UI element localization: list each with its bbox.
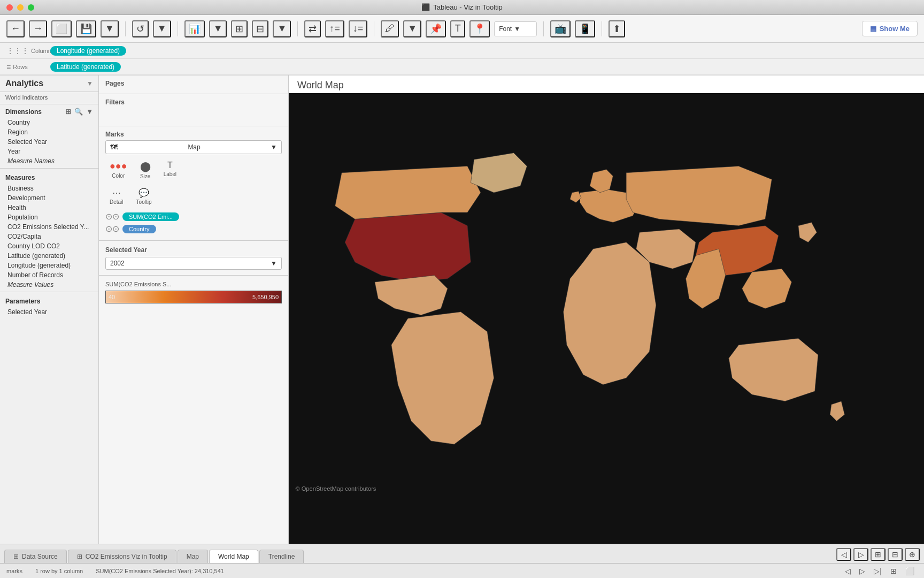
content-area: Analytics ▼ World Indicators Dimensions … bbox=[0, 75, 924, 544]
svg-text:© OpenStreetMap contributors: © OpenStreetMap contributors bbox=[295, 485, 376, 492]
swap-btn[interactable]: ⇄ bbox=[304, 20, 321, 37]
show-me-button[interactable]: ▦ Show Me bbox=[862, 21, 918, 36]
tab-world-map[interactable]: World Map bbox=[209, 550, 258, 563]
undo-dropdown[interactable]: ▼ bbox=[153, 20, 171, 37]
country-pill[interactable]: Country bbox=[122, 225, 156, 233]
layout-fit[interactable]: ⬜ bbox=[902, 566, 918, 576]
tab-trendline[interactable]: Trendline bbox=[259, 550, 304, 563]
expand-icon[interactable]: ▼ bbox=[86, 108, 93, 116]
longitude-pill[interactable]: Longitude (generated) bbox=[50, 46, 126, 56]
color-btn[interactable]: ●●● Color bbox=[105, 158, 132, 181]
home-button[interactable]: ⬜ bbox=[51, 20, 72, 37]
nav-next[interactable]: ▷ bbox=[856, 566, 868, 576]
sidebar-item-region[interactable]: Region bbox=[0, 127, 98, 137]
tab-scroll-left[interactable]: ◁ bbox=[836, 548, 851, 561]
sidebar-item-co2-capita[interactable]: CO2/Capita bbox=[0, 232, 98, 241]
sort-asc[interactable]: ↑= bbox=[325, 20, 344, 37]
search-icon[interactable]: 🔍 bbox=[74, 108, 83, 116]
sidebar-item-development[interactable]: Development bbox=[0, 193, 98, 203]
sidebar-item-country[interactable]: Country bbox=[0, 118, 98, 127]
world-map-container[interactable]: © OpenStreetMap contributors bbox=[289, 93, 924, 544]
pill2-dots: ⊙⊙ bbox=[105, 224, 119, 234]
forward-button[interactable]: → bbox=[29, 20, 47, 37]
save-button[interactable]: 💾 bbox=[76, 20, 96, 37]
show-me-icon: ▦ bbox=[870, 25, 876, 33]
sidebar-item-longitude[interactable]: Longitude (generated) bbox=[0, 261, 98, 270]
table-btn[interactable]: ⊞ bbox=[231, 20, 248, 37]
tooltip-btn[interactable]: 💬 Tooltip bbox=[132, 186, 156, 207]
parameters-label: Parameters bbox=[0, 294, 98, 307]
font-dropdown[interactable]: Font▼ bbox=[494, 21, 537, 36]
sidebar-item-business[interactable]: Business bbox=[0, 184, 98, 193]
share-btn[interactable]: ⬆ bbox=[609, 20, 625, 37]
undo-button[interactable]: ↺ bbox=[132, 20, 149, 37]
bottom-tabs: ⊞ Data Source ⊞ CO2 Emissions Viz in Too… bbox=[0, 544, 924, 563]
annotation-btn[interactable]: 📌 bbox=[426, 20, 446, 37]
color-max-label: 5,650,950 bbox=[252, 294, 279, 300]
size-btn[interactable]: ⬤ Size bbox=[136, 158, 155, 181]
marks-section: Marks 🗺 Map ▼ ●●● Color ⬤ Size bbox=[99, 126, 288, 241]
more-sheets-btn[interactable]: ⊕ bbox=[905, 548, 920, 561]
back-button[interactable]: ← bbox=[6, 20, 25, 37]
sidebar-item-selected-year[interactable]: Selected Year bbox=[0, 137, 98, 147]
sort-desc[interactable]: ↓= bbox=[349, 20, 368, 37]
sidebar-item-measure-values[interactable]: Measure Values bbox=[0, 280, 98, 290]
tab-scroll-right[interactable]: ▷ bbox=[853, 548, 868, 561]
analytics-dropdown-arrow[interactable]: ▼ bbox=[87, 80, 93, 87]
add-sheet-btn[interactable]: ⊞ bbox=[871, 548, 886, 561]
text-btn[interactable]: T bbox=[450, 20, 465, 37]
sidebar-item-population[interactable]: Population bbox=[0, 212, 98, 222]
divider-3 bbox=[297, 21, 298, 36]
save-options[interactable]: ▼ bbox=[101, 20, 119, 37]
section-divider-2 bbox=[0, 292, 98, 292]
sidebar-item-country-lod[interactable]: Country LOD CO2 bbox=[0, 241, 98, 251]
pin-btn[interactable]: 📍 bbox=[469, 20, 490, 37]
world-map-tab-label: World Map bbox=[218, 553, 249, 560]
maximize-btn[interactable] bbox=[28, 4, 34, 11]
marks-type-dropdown[interactable]: 🗺 Map ▼ bbox=[105, 140, 282, 154]
sidebar-item-co2-emissions[interactable]: CO2 Emissions Selected Y... bbox=[0, 222, 98, 232]
columns-shelf: ⋮⋮⋮ Columns Longitude (generated) bbox=[0, 43, 924, 59]
color-icon: ●●● bbox=[110, 161, 127, 172]
present-btn[interactable]: 📺 bbox=[550, 20, 571, 37]
sidebar-item-health[interactable]: Health bbox=[0, 203, 98, 212]
sidebar-item-year[interactable]: Year bbox=[0, 147, 98, 156]
color-legend: SUM(CO2 Emissions S... 40 5,650,950 bbox=[99, 276, 288, 309]
detail-btn[interactable]: ⋯ Detail bbox=[105, 186, 128, 207]
nav-prev[interactable]: ◁ bbox=[842, 566, 854, 576]
tooltip-label: Tooltip bbox=[136, 199, 152, 205]
sidebar-item-measure-names[interactable]: Measure Names bbox=[0, 156, 98, 166]
chart-type-btn[interactable]: 📊 bbox=[184, 20, 205, 37]
year-value: 2002 bbox=[110, 260, 125, 267]
format-dropdown[interactable]: ▼ bbox=[273, 20, 291, 37]
sidebar-header[interactable]: Analytics ▼ bbox=[0, 75, 98, 92]
tab-co2-viz[interactable]: ⊞ CO2 Emissions Viz in Tooltip bbox=[68, 550, 176, 563]
color-pen[interactable]: 🖊 bbox=[381, 20, 399, 37]
format-btn[interactable]: ⊟ bbox=[252, 20, 268, 37]
detail-label: Detail bbox=[110, 199, 124, 205]
chart-dropdown[interactable]: ▼ bbox=[209, 20, 227, 37]
tab-map[interactable]: Map bbox=[178, 550, 208, 563]
year-dropdown[interactable]: 2002 ▼ bbox=[105, 257, 282, 270]
dup-sheet-btn[interactable]: ⊟ bbox=[888, 548, 903, 561]
minimize-btn[interactable] bbox=[17, 4, 24, 11]
sidebar-item-param-selected-year[interactable]: Selected Year bbox=[0, 307, 98, 317]
color-dropdown[interactable]: ▼ bbox=[403, 20, 421, 37]
latitude-pill[interactable]: Latitude (generated) bbox=[50, 62, 121, 72]
tab-data-source[interactable]: ⊞ Data Source bbox=[4, 550, 67, 563]
co2-emissions-pill[interactable]: SUM(CO2 Emi... bbox=[122, 212, 179, 221]
sum-info: SUM(CO2 Emissions Selected Year): 24,310… bbox=[96, 568, 224, 574]
marks-type-label: Map bbox=[188, 143, 200, 151]
sidebar-item-latitude[interactable]: Latitude (generated) bbox=[0, 251, 98, 261]
titlebar: ⬛ Tableau - Viz in Tooltip bbox=[0, 0, 924, 15]
layout-grid[interactable]: ⊞ bbox=[887, 566, 900, 576]
close-btn[interactable] bbox=[6, 4, 13, 11]
rows-label: ≡ Rows bbox=[2, 63, 50, 71]
label-btn[interactable]: T Label bbox=[159, 158, 181, 181]
toolbar: ← → ⬜ 💾 ▼ ↺ ▼ 📊 ▼ ⊞ ⊟ ▼ ⇄ ↑= ↓= 🖊 ▼ 📌 T … bbox=[0, 15, 924, 43]
sidebar-item-num-records[interactable]: Number of Records bbox=[0, 270, 98, 280]
grid-view-icon[interactable]: ⊞ bbox=[65, 108, 71, 116]
dimensions-label: Dimensions bbox=[5, 108, 42, 116]
nav-end[interactable]: ▷| bbox=[871, 566, 885, 576]
device-btn[interactable]: 📱 bbox=[575, 20, 595, 37]
